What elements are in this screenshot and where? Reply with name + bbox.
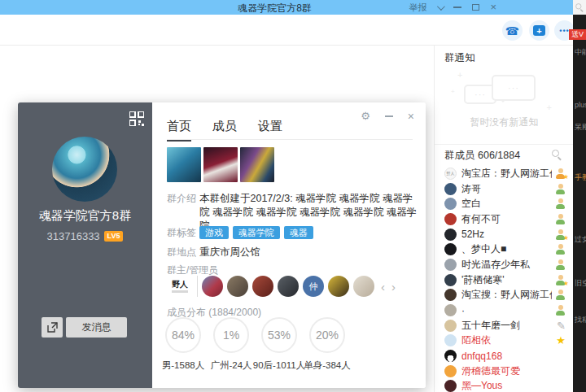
group-location-row: 群地点 重庆市周公馆 [167, 246, 260, 259]
member-avatar [444, 259, 457, 271]
maximize-button[interactable] [472, 4, 479, 11]
member-row[interactable]: 陌相依★ [435, 333, 573, 349]
voice-call-button[interactable]: ☎ [502, 20, 523, 41]
admin-avatar[interactable]: 仲 [303, 276, 324, 297]
gear-icon[interactable]: ⚙ [361, 111, 370, 121]
group-tag[interactable]: 魂器学院 [233, 226, 280, 239]
group-tag[interactable]: 游戏 [199, 226, 229, 239]
member-row[interactable]: 黑—Yous [435, 379, 573, 392]
member-row[interactable]: dnfqq168 [435, 348, 573, 364]
admin-avatar[interactable] [278, 276, 299, 297]
close-button[interactable]: × [490, 3, 496, 11]
prev-admins-chevron[interactable]: ‹ [381, 281, 385, 293]
group-notice-title: 群通知 [444, 51, 475, 65]
background-window-text: 中能 [575, 47, 586, 58]
distribution-percent-circle: 84% [165, 317, 201, 353]
member-level-icon [555, 259, 566, 270]
admin-avatar[interactable] [202, 276, 223, 297]
member-name: 时光温存少年私 [461, 258, 552, 272]
admin-avatars: 仲 [202, 276, 374, 297]
admin-avatar[interactable] [252, 276, 273, 297]
member-name: '莳栖储寒' [461, 273, 552, 287]
vip-badge: 送V [569, 29, 586, 40]
group-photo-thumbnail[interactable] [203, 147, 238, 182]
admin-avatar[interactable] [328, 276, 349, 297]
share-button[interactable] [42, 317, 63, 338]
member-name: 淘宝搜：野人网游工作室 [461, 288, 552, 302]
screen: { "colors":{"titlebar_bg":"#74c4f8","acc… [0, 0, 586, 392]
member-count-header: 群成员 606/1884 [444, 149, 520, 163]
member-row[interactable]: 时光温存少年私 [435, 257, 573, 272]
distribution-item-label: 广州-24人 [210, 359, 251, 372]
group-photo-thumbnail[interactable] [167, 147, 201, 182]
member-avatar [444, 289, 457, 301]
admin-avatar[interactable] [227, 276, 248, 297]
member-row[interactable]: · [435, 303, 573, 318]
member-name: 、梦中人■ [461, 242, 552, 256]
chat-plus-button[interactable]: + [529, 20, 549, 41]
group-tag[interactable]: 魂器 [284, 226, 313, 239]
member-level-icon [555, 198, 566, 209]
member-row[interactable]: 滑稽德最可爱 [435, 364, 573, 379]
distribution-item-label: 90后-1011人 [253, 359, 305, 372]
member-avatar: 野人 [444, 168, 457, 180]
group-photo-thumbnail[interactable] [240, 147, 274, 182]
admins-row: 野人 仲 ‹ › [167, 275, 396, 298]
member-avatar [444, 213, 457, 225]
member-row[interactable]: 有何不可 [435, 211, 573, 227]
card-tabs: 首页成员设置 [167, 119, 282, 142]
member-row[interactable]: 空白 [435, 196, 573, 211]
member-row[interactable]: 、梦中人■ [435, 242, 573, 257]
empty-notice-illustration: + + ··· ··· + [457, 70, 547, 112]
intro-label: 群介绍 [167, 192, 199, 206]
search-icon[interactable] [552, 150, 562, 159]
tab-divider [167, 139, 413, 140]
share-icon [47, 322, 58, 333]
member-row[interactable]: 五十年磨一剑✎ [435, 318, 573, 333]
card-minimize-button[interactable] [385, 115, 393, 117]
owner-divider [197, 276, 198, 297]
magnifier-icon [575, 3, 584, 11]
owner-logo-subline [172, 290, 188, 293]
card-close-button[interactable]: × [408, 112, 414, 120]
group-avatar[interactable] [52, 137, 117, 202]
member-row[interactable]: 野人淘宝店：野人网游工作室★ [435, 166, 573, 181]
tab-home[interactable]: 首页 [167, 119, 191, 142]
group-tags: 游戏魂器学院魂器 [199, 226, 313, 239]
next-admins-chevron[interactable]: › [391, 281, 396, 293]
member-name: 陌相依 [461, 333, 553, 347]
owner-logo-text: 野人 [172, 281, 188, 289]
group-number: 313716333 [47, 230, 100, 242]
tab-settings[interactable]: 设置 [258, 119, 282, 142]
sidebar-divider [435, 144, 573, 145]
background-search-box [573, 0, 586, 15]
chevron-down-icon[interactable] [437, 2, 445, 11]
member-avatar [444, 350, 457, 362]
group-info-card: 魂器学院官方8群 313716333 LV5 发消息 ⚙ × 首页成员设置 [18, 102, 426, 388]
tab-members[interactable]: 成员 [212, 119, 237, 142]
member-row[interactable]: 涛哥 [435, 181, 573, 197]
member-avatar [444, 198, 457, 210]
group-sidebar: 群通知 + + ··· ··· + 暂时没有新通知 群成员 606/1884 野… [434, 46, 573, 392]
distribution-item: 84%男-1588人 [160, 317, 207, 372]
member-avatar [444, 274, 457, 286]
admin-avatar[interactable] [353, 276, 374, 297]
location-value: 重庆市周公馆 [199, 246, 260, 259]
group-photos [167, 147, 274, 182]
member-row[interactable]: 52Hz★ [435, 227, 573, 242]
qr-code-icon[interactable] [129, 111, 144, 126]
phone-icon: ☎ [505, 25, 519, 37]
member-name: 淘宝店：野人网游工作室 [461, 167, 552, 181]
group-owner-avatar[interactable]: 野人 [167, 275, 193, 298]
member-row[interactable]: 淘宝搜：野人网游工作室 [435, 288, 573, 303]
minimize-button[interactable] [453, 7, 461, 8]
member-row[interactable]: '莳栖储寒'★ [435, 272, 573, 288]
member-level-icon: ★ [555, 168, 566, 179]
member-level-icon [555, 244, 566, 255]
distribution-item: 1%广州-24人 [208, 317, 255, 372]
plus-decoration: + [457, 70, 462, 80]
send-message-button[interactable]: 发消息 [66, 317, 127, 338]
distribution-percent-circle: 1% [213, 317, 249, 353]
report-button[interactable]: 举报 [409, 2, 426, 14]
member-avatar [444, 365, 457, 377]
